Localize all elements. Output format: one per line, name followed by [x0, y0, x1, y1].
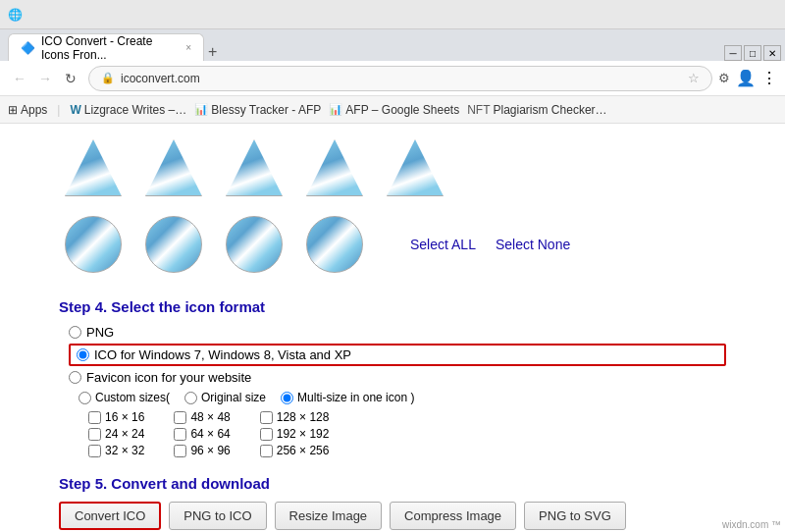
original-size-option[interactable]: Original size: [184, 391, 266, 404]
size-16-checkbox[interactable]: [88, 411, 101, 424]
bookmark-sep-1: |: [57, 103, 60, 117]
icon-triangle-1[interactable]: [59, 133, 128, 202]
icon-circle-4[interactable]: [300, 210, 369, 279]
afp-icon: 📊: [329, 103, 342, 116]
size-64[interactable]: 64 × 64: [174, 427, 230, 441]
size-48[interactable]: 48 × 48: [174, 410, 230, 424]
icon-triangle-4[interactable]: [300, 133, 369, 202]
minimize-button[interactable]: ─: [724, 45, 742, 61]
profile-icon: 👤: [736, 69, 756, 87]
size-128[interactable]: 128 × 128: [260, 410, 330, 424]
format-favicon-option[interactable]: Favicon icon for your website: [69, 370, 726, 385]
icons-row-circles: Select ALL Select None: [59, 210, 726, 279]
new-tab-button[interactable]: +: [208, 43, 217, 61]
size-col-2: 48 × 48 64 × 64 96 × 96: [174, 410, 230, 457]
custom-sizes-radio[interactable]: [78, 392, 91, 404]
format-png-radio[interactable]: [69, 326, 81, 339]
title-bar-left: 🌐: [8, 8, 23, 22]
format-favicon-radio[interactable]: [69, 371, 81, 384]
format-ico-radio[interactable]: [77, 348, 89, 361]
format-radio-group: PNG ICO for Windows 7, Windows 8, Vista …: [69, 325, 726, 385]
bookmark-lizgrace[interactable]: W Lizgrace Writes –…: [70, 103, 186, 117]
icon-circle-3[interactable]: [220, 210, 288, 279]
size-16[interactable]: 16 × 16: [88, 410, 144, 424]
original-size-label: Original size: [201, 391, 266, 404]
format-ico-option[interactable]: ICO for Windows 7, Windows 8, Vista and …: [69, 344, 726, 366]
icon-circle-2[interactable]: [139, 210, 208, 279]
resize-image-button[interactable]: Resize Image: [275, 502, 382, 530]
select-none-link[interactable]: Select None: [496, 237, 570, 252]
compress-image-button[interactable]: Compress Image: [390, 502, 516, 530]
size-options: Custom sizes( Original size Multi-size i…: [78, 391, 726, 404]
size-96-label: 96 × 96: [190, 444, 230, 457]
multisize-option[interactable]: Multi-size in one icon ): [281, 391, 414, 404]
bookmark-blessy-label: Blessy Tracker - AFP: [211, 103, 321, 117]
lock-icon: 🔒: [101, 72, 115, 84]
format-png-option[interactable]: PNG: [69, 325, 726, 340]
size-96-checkbox[interactable]: [174, 445, 186, 457]
convert-ico-button[interactable]: Convert ICO: [59, 502, 161, 530]
png-to-svg-button[interactable]: PNG to SVG: [524, 502, 626, 530]
size-96[interactable]: 96 × 96: [174, 444, 230, 457]
format-png-label: PNG: [86, 325, 114, 340]
icons-row-triangles: [59, 133, 726, 202]
size-32-checkbox[interactable]: [88, 445, 101, 457]
size-192-checkbox[interactable]: [260, 428, 273, 441]
size-256[interactable]: 256 × 256: [260, 444, 330, 457]
bookmark-apps[interactable]: ⊞ Apps: [8, 103, 47, 117]
tab-bar: 🔷 ICO Convert - Create Icons Fron... × +…: [0, 29, 785, 61]
title-bar: 🌐: [0, 0, 785, 29]
tab-title: ICO Convert - Create Icons Fron...: [41, 34, 180, 62]
bookmark-blessy[interactable]: 📊 Blessy Tracker - AFP: [194, 103, 321, 117]
close-button[interactable]: ✕: [763, 45, 781, 61]
size-256-checkbox[interactable]: [260, 445, 273, 457]
size-24-label: 24 × 24: [105, 427, 144, 441]
size-256-label: 256 × 256: [277, 444, 330, 457]
tab-favicon: 🔷: [21, 41, 35, 55]
active-tab[interactable]: 🔷 ICO Convert - Create Icons Fron... ×: [8, 33, 204, 61]
size-64-checkbox[interactable]: [174, 428, 186, 441]
bookmark-star-icon[interactable]: ☆: [688, 71, 700, 85]
multisize-label: Multi-size in one icon ): [297, 391, 414, 404]
size-192[interactable]: 192 × 192: [260, 427, 330, 441]
select-links: Select ALL Select None: [400, 237, 580, 252]
blessy-icon: 📊: [194, 103, 208, 116]
address-bar[interactable]: 🔒 icoconvert.com ☆: [88, 66, 712, 91]
bookmark-afp[interactable]: 📊 AFP – Google Sheets: [329, 103, 459, 117]
format-ico-label: ICO for Windows 7, Windows 8, Vista and …: [94, 347, 351, 362]
icon-circle-1[interactable]: [59, 210, 128, 279]
icon-triangle-2[interactable]: [139, 133, 208, 202]
multisize-radio[interactable]: [281, 392, 293, 404]
refresh-button[interactable]: ↻: [59, 67, 82, 90]
size-48-checkbox[interactable]: [174, 411, 186, 424]
size-24-checkbox[interactable]: [88, 428, 101, 441]
bookmark-plagiarism[interactable]: NFT Plagiarism Checker…: [467, 103, 606, 117]
size-col-3: 128 × 128 192 × 192 256 × 256: [260, 410, 330, 457]
nav-bar: ← → ↻ 🔒 icoconvert.com ☆ ⚙ 👤 ⋮: [0, 61, 785, 96]
nav-icons: ← → ↻: [8, 67, 82, 90]
size-32[interactable]: 32 × 32: [88, 444, 144, 457]
size-col-1: 16 × 16 24 × 24 32 × 32: [88, 410, 144, 457]
icon-triangle-3[interactable]: [220, 133, 288, 202]
select-all-link[interactable]: Select ALL: [410, 237, 476, 252]
custom-sizes-option[interactable]: Custom sizes(: [78, 391, 170, 404]
icon-triangle-5[interactable]: [381, 133, 449, 202]
bookmark-lizgrace-label: Lizgrace Writes –…: [84, 103, 186, 117]
png-to-ico-button[interactable]: PNG to ICO: [169, 502, 266, 530]
size-32-label: 32 × 32: [105, 444, 144, 457]
tab-close-button[interactable]: ×: [185, 42, 191, 53]
size-24[interactable]: 24 × 24: [88, 427, 144, 441]
menu-icon[interactable]: ⋮: [761, 69, 777, 87]
custom-sizes-label: Custom sizes(: [95, 391, 170, 404]
plagiarism-icon: NFT: [467, 103, 490, 117]
step4-title: Step 4. Select the icon format: [59, 298, 726, 315]
size-16-label: 16 × 16: [105, 410, 144, 424]
forward-button[interactable]: →: [33, 67, 57, 90]
bookmark-afp-label: AFP – Google Sheets: [345, 103, 459, 117]
size-192-label: 192 × 192: [277, 427, 330, 441]
original-size-radio[interactable]: [184, 392, 197, 404]
icons-section: Select ALL Select None: [59, 124, 726, 279]
back-button[interactable]: ←: [8, 67, 31, 90]
size-128-checkbox[interactable]: [260, 411, 273, 424]
maximize-button[interactable]: □: [744, 45, 761, 61]
